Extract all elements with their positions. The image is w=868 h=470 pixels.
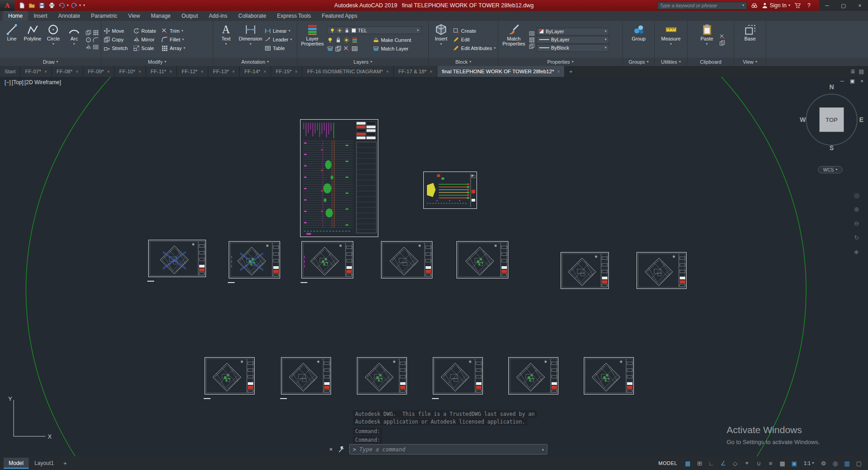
- lineweight-dropdown[interactable]: ByBlock▾: [537, 44, 609, 52]
- close-button[interactable]: ×: [852, 0, 868, 11]
- drawing-thumbnail[interactable]: [205, 357, 255, 394]
- object-color-list-icon[interactable]: [529, 30, 535, 36]
- doc-tab-close-icon[interactable]: ×: [430, 69, 432, 74]
- drawing-thumbnail[interactable]: [148, 240, 206, 277]
- tab-overflow-menu-icon[interactable]: ≣: [851, 68, 855, 75]
- new-file-button[interactable]: [17, 1, 26, 10]
- panel-title-groups[interactable]: Groups▾: [623, 58, 654, 66]
- ribbon-tab-manage[interactable]: Manage: [146, 11, 176, 21]
- layer-unlock-icon[interactable]: [327, 45, 333, 52]
- lineweight-list-icon[interactable]: [529, 43, 535, 49]
- search-scope-caret[interactable]: ▾: [743, 4, 744, 7]
- undo-dropdown-caret[interactable]: ▾: [67, 4, 69, 7]
- panel-title-properties[interactable]: Properties▾: [498, 58, 622, 66]
- hatch-icon[interactable]: [93, 30, 99, 35]
- drawing-thumbnail[interactable]: [584, 357, 634, 394]
- table-button[interactable]: Table: [265, 44, 292, 52]
- graphics-performance-icon[interactable]: ▥: [842, 458, 853, 468]
- layer-merge-icon[interactable]: [343, 45, 350, 52]
- match-layer-button[interactable]: Match Layer: [373, 45, 421, 53]
- customize-qat-caret[interactable]: ▾: [83, 4, 85, 7]
- fillet-button[interactable]: Fillet▾: [161, 35, 185, 44]
- stretch-button[interactable]: Stretch: [104, 44, 128, 52]
- ribbon-tab-insert[interactable]: Insert: [28, 11, 53, 21]
- linetype-dropdown[interactable]: ByLayer▾: [537, 36, 609, 44]
- drawing-thumbnail[interactable]: [637, 252, 687, 289]
- cut-icon[interactable]: [719, 34, 725, 40]
- doc-tab-close-icon[interactable]: ×: [232, 69, 235, 74]
- ribbon-tab-output[interactable]: Output: [176, 11, 203, 21]
- layer-off-icon[interactable]: [327, 37, 333, 43]
- new-drawing-tab-button[interactable]: +: [565, 66, 577, 77]
- paste-button[interactable]: Paste▾: [697, 22, 717, 57]
- spline-icon[interactable]: [93, 37, 99, 43]
- new-layout-button[interactable]: +: [60, 460, 70, 467]
- minimize-button[interactable]: ─: [819, 0, 835, 11]
- doc-tab-8[interactable]: FF-14*×: [240, 66, 271, 77]
- measure-button[interactable]: Measure▾: [661, 22, 682, 57]
- drawing-thumbnail[interactable]: [281, 357, 331, 394]
- drawing-thumbnail[interactable]: [301, 241, 353, 278]
- make-current-button[interactable]: Make Current: [373, 36, 421, 44]
- help-icon[interactable]: ?: [805, 2, 813, 9]
- edit-attributes-button[interactable]: Edit Attributes▾: [453, 44, 496, 52]
- doc-tab-1[interactable]: FF-07*×: [20, 66, 52, 77]
- doc-tab-9[interactable]: FF-15*×: [271, 66, 302, 77]
- doc-tab-11[interactable]: FF-17 & 18*×: [394, 66, 437, 77]
- panel-title-layers[interactable]: Layers▾: [297, 58, 428, 66]
- doc-tab-4[interactable]: FF-10*×: [115, 66, 146, 77]
- leader-button[interactable]: Leader▾: [265, 35, 292, 44]
- layer-states-icon[interactable]: [351, 45, 358, 52]
- drawing-thumbnail[interactable]: [357, 357, 407, 394]
- ribbon-tab-featured-apps[interactable]: Featured Apps: [316, 11, 363, 21]
- panel-title-modify[interactable]: Modify▾: [101, 58, 213, 66]
- app-store-cart-icon[interactable]: [794, 2, 801, 9]
- doc-tab-3[interactable]: FF-09*×: [83, 66, 115, 77]
- drawing-thumbnail[interactable]: [508, 357, 558, 394]
- command-input[interactable]: [359, 446, 539, 453]
- trim-button[interactable]: Trim▾: [161, 27, 185, 35]
- command-line-customize-icon[interactable]: [338, 446, 345, 453]
- doc-tab-close-icon[interactable]: ×: [170, 69, 172, 74]
- drawing-thumbnail[interactable]: [229, 241, 280, 278]
- panel-title-clipboard[interactable]: Clipboard: [687, 58, 734, 66]
- ortho-mode-icon[interactable]: ∟: [706, 458, 717, 468]
- redo-button[interactable]: [69, 1, 79, 10]
- layout1-tab[interactable]: Layout1: [30, 458, 59, 469]
- panel-title-utilities[interactable]: Utilities▾: [655, 58, 687, 66]
- edit-block-button[interactable]: Edit: [453, 35, 496, 44]
- move-button[interactable]: Move: [104, 27, 128, 35]
- panel-title-draw[interactable]: Draw▾: [0, 58, 101, 66]
- arc-button[interactable]: Arc▾: [65, 22, 84, 57]
- osnap-tracking-icon[interactable]: ⌖: [742, 458, 753, 468]
- polyline-button[interactable]: Polyline: [23, 22, 42, 57]
- layer-walk-icon[interactable]: [351, 37, 358, 43]
- scale-button[interactable]: Scale: [133, 44, 156, 52]
- lineweight-icon[interactable]: ≡: [765, 458, 776, 468]
- annotation-scale-button[interactable]: 1:1▾: [801, 460, 817, 466]
- drawing-thumbnail[interactable]: [300, 119, 378, 237]
- model-tab[interactable]: Model: [4, 458, 29, 469]
- layer-freeze-icon[interactable]: [343, 37, 350, 43]
- dimension-button[interactable]: Dimension▾: [238, 22, 263, 57]
- match-properties-button[interactable]: Match Properties: [501, 22, 527, 57]
- model-space-button[interactable]: MODEL: [654, 460, 682, 466]
- grid-display-icon[interactable]: ▦: [682, 458, 693, 468]
- transparency-icon[interactable]: ▩: [777, 458, 788, 468]
- object-snap-icon[interactable]: ∪: [753, 458, 764, 468]
- drawing-thumbnail[interactable]: [561, 252, 609, 289]
- polar-tracking-icon[interactable]: ∠: [718, 458, 729, 468]
- command-line-close-icon[interactable]: ×: [329, 446, 333, 452]
- transparency-list-icon[interactable]: [529, 37, 535, 43]
- drawing-thumbnail[interactable]: [457, 241, 508, 278]
- group-button[interactable]: Group: [628, 22, 649, 57]
- search-icon[interactable]: [751, 2, 758, 9]
- save-button[interactable]: [37, 1, 46, 10]
- doc-tab-close-icon[interactable]: ×: [107, 69, 110, 74]
- drawing-thumbnail[interactable]: [433, 357, 483, 394]
- layer-copy-icon[interactable]: [335, 45, 341, 52]
- region-icon[interactable]: [93, 44, 99, 50]
- sign-in-button[interactable]: Sign In ▾: [762, 2, 790, 9]
- line-button[interactable]: Line: [2, 22, 21, 57]
- layer-dropdown[interactable]: TEL ▾: [327, 26, 421, 34]
